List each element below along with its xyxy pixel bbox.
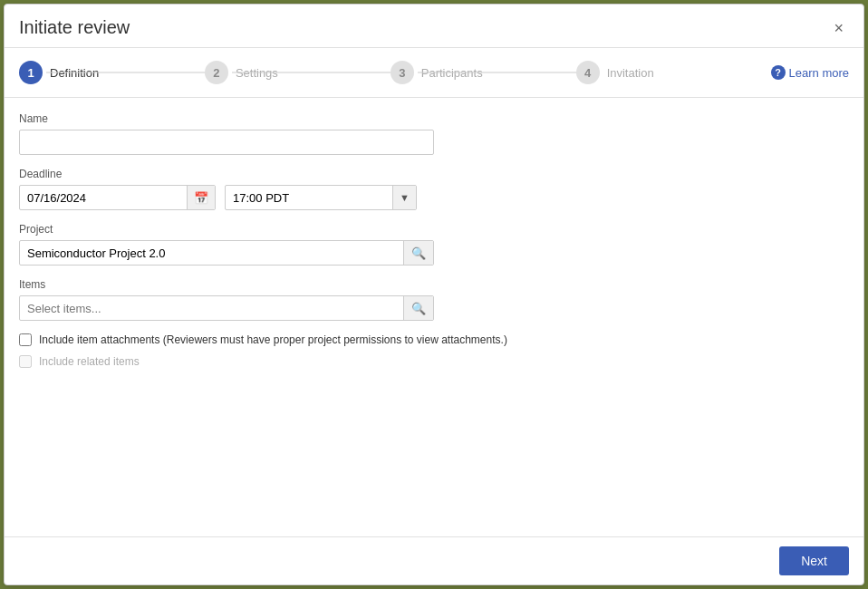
project-search-button[interactable]: 🔍 (403, 241, 433, 265)
deadline-label: Deadline (19, 168, 849, 180)
learn-more-link[interactable]: ? Learn more (771, 65, 849, 80)
items-input-wrap: 🔍 (19, 295, 434, 321)
items-field-group: Items 🔍 (19, 278, 849, 321)
project-input-wrap: 🔍 (19, 240, 434, 266)
date-input[interactable] (20, 188, 187, 208)
time-input-wrap: ▼ (225, 185, 417, 210)
project-label: Project (19, 223, 849, 236)
steps-bar: 1 Definition 2 Settings 3 Participants 4… (5, 48, 863, 98)
learn-more-label: Learn more (789, 66, 849, 80)
initiate-review-modal: Initiate review × 1 Definition 2 Setting… (4, 4, 864, 585)
include-related-items-label: Include related items (39, 355, 140, 368)
modal-header: Initiate review × (5, 5, 863, 48)
step-settings[interactable]: 2 Settings (205, 61, 391, 84)
next-button[interactable]: Next (779, 546, 849, 575)
modal-footer: Next (5, 536, 863, 584)
include-attachments-row: Include item attachments (Reviewers must… (19, 333, 849, 346)
step-label-1: Definition (50, 66, 99, 80)
step-invitation[interactable]: 4 Invitation (576, 61, 762, 84)
items-label: Items (19, 278, 849, 291)
step-definition[interactable]: 1 Definition (19, 61, 205, 84)
items-search-button[interactable]: 🔍 (403, 296, 433, 320)
step-participants[interactable]: 3 Participants (391, 61, 576, 84)
date-input-wrap: 📅 (19, 185, 216, 210)
project-field-group: Project 🔍 (19, 223, 849, 266)
step-label-4: Invitation (607, 66, 654, 80)
project-input[interactable] (20, 243, 403, 264)
deadline-row: 📅 ▼ (19, 185, 849, 210)
step-number-4: 4 (576, 61, 600, 84)
modal-body: Name Deadline 📅 ▼ Project 🔍 (5, 98, 863, 536)
include-attachments-checkbox[interactable] (19, 333, 32, 346)
step-label-2: Settings (236, 66, 278, 80)
items-input[interactable] (20, 298, 403, 319)
time-dropdown-button[interactable]: ▼ (392, 186, 416, 209)
step-number-3: 3 (391, 61, 414, 84)
include-related-items-row: Include related items (19, 355, 849, 368)
step-label-3: Participants (421, 66, 483, 80)
include-related-items-checkbox[interactable] (19, 355, 32, 368)
step-number-2: 2 (205, 61, 228, 84)
name-label: Name (19, 112, 849, 125)
name-field-group: Name (19, 112, 849, 155)
close-button[interactable]: × (828, 18, 849, 38)
calendar-button[interactable]: 📅 (187, 186, 215, 209)
include-attachments-label: Include item attachments (Reviewers must… (39, 333, 507, 346)
deadline-field-group: Deadline 📅 ▼ (19, 168, 849, 210)
step-number-1: 1 (19, 61, 43, 84)
modal-title: Initiate review (19, 17, 130, 38)
steps-container: 1 Definition 2 Settings 3 Participants 4… (19, 61, 762, 84)
name-input[interactable] (19, 130, 434, 155)
help-icon: ? (771, 65, 786, 80)
time-input[interactable] (226, 188, 392, 208)
